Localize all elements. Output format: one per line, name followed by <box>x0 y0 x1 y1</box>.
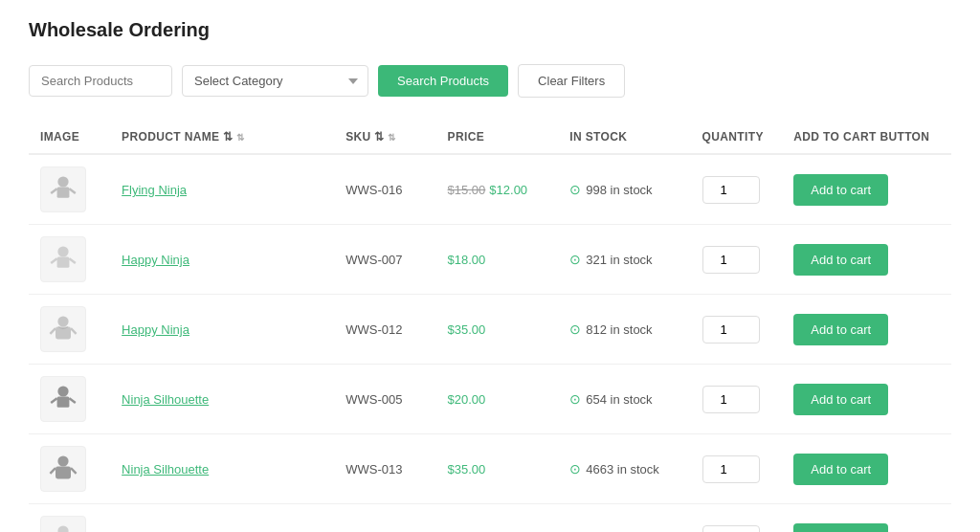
search-input[interactable] <box>29 65 172 97</box>
product-stock-cell: ⊙654 in stock <box>558 365 690 434</box>
stock-icon: ⊙ <box>569 321 581 337</box>
svg-rect-17 <box>56 467 71 479</box>
add-to-cart-button[interactable]: Add to cart <box>793 384 888 415</box>
stock-badge: ⊙654 in stock <box>569 391 679 407</box>
svg-line-10 <box>50 328 56 334</box>
product-name-link[interactable]: Ninja Silhouette <box>122 392 209 407</box>
product-image-cell <box>29 504 110 533</box>
product-image <box>40 166 86 212</box>
add-to-cart-cell: Add to cart <box>782 365 951 434</box>
product-image-cell <box>29 365 110 434</box>
stock-icon: ⊙ <box>569 391 581 407</box>
product-image <box>40 446 86 492</box>
stock-count: 998 in stock <box>586 183 652 197</box>
product-stock-cell: ⊙321 in stock <box>558 225 690 295</box>
product-price-cell: $15.00$12.00 <box>436 154 559 225</box>
table-row: Flying NinjaWWS-016$15.00$12.00⊙998 in s… <box>29 154 951 225</box>
product-name-cell: Patient Ninja <box>110 504 334 533</box>
add-to-cart-button[interactable]: Add to cart <box>793 174 888 206</box>
search-button[interactable]: Search Products <box>378 65 508 97</box>
product-price-cell: $20.00 <box>436 365 559 434</box>
product-stock-cell: ⊙4663 in stock <box>558 434 690 504</box>
table-row: Ninja SilhouetteWWS-005$20.00⊙654 in sto… <box>29 365 951 434</box>
header-row: IMAGE PRODUCT NAME ⇅ SKU ⇅ PRICE IN STOC… <box>29 121 951 154</box>
svg-line-19 <box>71 468 77 474</box>
quantity-input[interactable] <box>702 176 760 204</box>
category-select[interactable]: Select CategoryT-ShirtsHoodiesAccessorie… <box>182 65 368 97</box>
stock-count: 321 in stock <box>586 253 652 267</box>
product-stock-cell: ⊙556 in stock <box>558 504 690 533</box>
add-to-cart-button[interactable]: Add to cart <box>793 523 888 533</box>
product-name-cell: Ninja Silhouette <box>110 365 334 434</box>
product-sku: WWS-007 <box>334 225 435 295</box>
stock-icon: ⊙ <box>569 461 581 477</box>
quantity-input[interactable] <box>702 455 760 483</box>
svg-line-15 <box>69 398 75 403</box>
table-row: Happy NinjaWWS-012$35.00⊙812 in stockAdd… <box>29 295 951 365</box>
table-header: IMAGE PRODUCT NAME ⇅ SKU ⇅ PRICE IN STOC… <box>29 121 951 154</box>
product-price-cell: $35.00 <box>436 434 559 504</box>
stock-badge: ⊙321 in stock <box>569 252 679 267</box>
svg-point-12 <box>57 386 68 396</box>
svg-point-0 <box>57 176 68 187</box>
col-name[interactable]: PRODUCT NAME ⇅ <box>110 121 334 154</box>
product-price-cell: $35.00 <box>436 295 559 365</box>
product-image-cell <box>29 154 110 225</box>
price-sale: $20.00 <box>448 392 486 407</box>
products-table: IMAGE PRODUCT NAME ⇅ SKU ⇅ PRICE IN STOC… <box>29 121 951 532</box>
svg-line-18 <box>50 468 56 474</box>
svg-rect-1 <box>57 188 70 198</box>
add-to-cart-button[interactable]: Add to cart <box>793 244 888 276</box>
svg-line-7 <box>69 258 75 263</box>
stock-icon: ⊙ <box>569 252 581 267</box>
add-to-cart-cell: Add to cart <box>782 225 951 295</box>
product-name-cell: Happy Ninja <box>110 225 334 295</box>
product-image <box>40 306 86 352</box>
stock-badge: ⊙812 in stock <box>569 321 679 337</box>
stock-badge: ⊙4663 in stock <box>569 461 679 477</box>
product-name-cell: Happy Ninja <box>110 295 334 365</box>
svg-rect-5 <box>57 257 70 268</box>
quantity-cell <box>691 225 783 295</box>
clear-filters-button[interactable]: Clear Filters <box>518 64 625 98</box>
product-name-link[interactable]: Flying Ninja <box>122 183 187 197</box>
add-to-cart-button[interactable]: Add to cart <box>793 314 888 345</box>
col-image: IMAGE <box>29 121 110 154</box>
svg-line-14 <box>51 398 56 403</box>
add-to-cart-button[interactable]: Add to cart <box>793 454 888 485</box>
price-sale: $35.00 <box>448 462 486 477</box>
page-container: Wholesale Ordering Select CategoryT-Shir… <box>0 0 980 532</box>
add-to-cart-cell: Add to cart <box>782 295 951 365</box>
quantity-cell <box>691 365 783 434</box>
quantity-cell <box>691 154 783 225</box>
add-to-cart-cell: Add to cart <box>782 434 951 504</box>
product-sku: WWS-012 <box>334 295 435 365</box>
table-row: Patient NinjaWWS-011$35.00⊙556 in stockA… <box>29 504 951 533</box>
add-to-cart-cell: Add to cart <box>782 504 951 533</box>
stock-badge: ⊙998 in stock <box>569 182 679 197</box>
quantity-input[interactable] <box>702 525 760 533</box>
stock-icon: ⊙ <box>569 182 581 197</box>
svg-point-16 <box>57 455 68 466</box>
product-name-link[interactable]: Ninja Silhouette <box>122 462 209 477</box>
quantity-input[interactable] <box>702 386 760 413</box>
price-original: $15.00 <box>448 183 486 197</box>
quantity-cell <box>691 434 783 504</box>
col-qty: QUANTITY <box>691 121 783 154</box>
col-price: PRICE <box>436 121 559 154</box>
col-sku[interactable]: SKU ⇅ <box>334 121 435 154</box>
quantity-input[interactable] <box>702 316 760 344</box>
table-body: Flying NinjaWWS-016$15.00$12.00⊙998 in s… <box>29 154 951 532</box>
product-stock-cell: ⊙812 in stock <box>558 295 690 365</box>
product-sku: WWS-011 <box>334 504 435 533</box>
price-sale: $18.00 <box>448 253 486 267</box>
product-image-cell <box>29 434 110 504</box>
quantity-input[interactable] <box>702 246 760 274</box>
svg-line-2 <box>51 188 56 193</box>
product-name-link[interactable]: Happy Ninja <box>122 322 189 337</box>
product-image <box>40 376 86 422</box>
svg-point-4 <box>57 246 68 256</box>
product-name-link[interactable]: Happy Ninja <box>122 253 189 267</box>
col-stock: IN STOCK <box>558 121 690 154</box>
toolbar: Select CategoryT-ShirtsHoodiesAccessorie… <box>29 64 951 98</box>
